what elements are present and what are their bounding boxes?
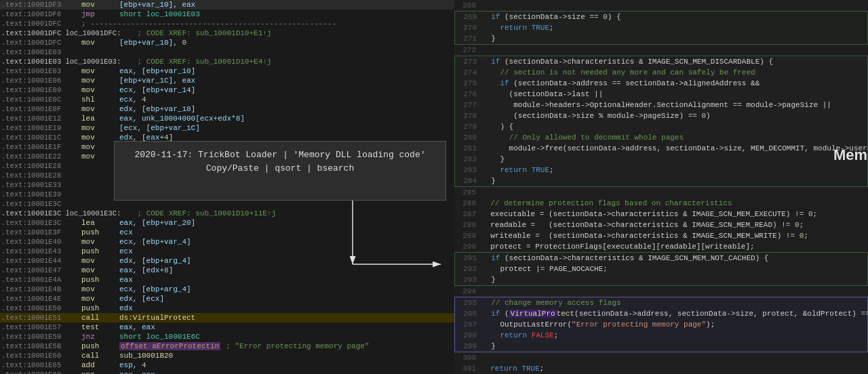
asm-line: .text:10001E03 xyxy=(0,47,454,57)
asm-line: .text:10001E5B push offset aErrorProtect… xyxy=(0,341,454,351)
code-line-290: 290 protect = ProtectionFlags[executable… xyxy=(454,241,868,252)
code-block-3: 291 if (sectionData->characteristics & I… xyxy=(454,252,868,286)
code-line-301: 301 return TRUE; xyxy=(454,363,868,374)
code-line-286: 286 // determine protection flags based … xyxy=(454,198,868,209)
asm-separator: .text:10001DFC ; -----------------------… xyxy=(0,19,454,28)
code-line-281: 281 module->free(sectionData->address, s… xyxy=(455,143,867,154)
asm-line: .text:10001E50 push edx xyxy=(0,304,454,313)
asm-line: .text:10001DFC mov [ebp+var_10], 0 xyxy=(0,38,454,47)
code-line-292: 292 protect |= PAGE_NOCACHE; xyxy=(455,264,867,274)
code-line-289: 289 writeable = (sectionData->characteri… xyxy=(454,230,868,241)
annotation-overlay: 2020-11-17: TrickBot Loader | 'Memory DL… xyxy=(114,141,446,201)
code-line-288: 288 readable = (sectionData->characteris… xyxy=(454,220,868,230)
code-area: 268 269 if (sectionData->size == 0) { 27… xyxy=(454,0,868,374)
asm-line: .text:10001E68 xor eax, eax xyxy=(0,370,454,374)
code-line-285: 285 xyxy=(454,187,868,198)
code-line-278: 278 (sectionData->size % module->pageSiz… xyxy=(455,110,867,121)
code-line-276: 276 (sectionData->last || xyxy=(455,89,867,100)
asm-line: .text:10001E03 loc_10001E03: ; CODE XREF… xyxy=(0,57,454,66)
asm-line: .text:10001DFC loc_10001DFC: ; CODE XREF… xyxy=(0,28,454,38)
asm-line: .text:10001E4A push eax xyxy=(0,275,454,285)
asm-line: .text:10001E09 mov ecx, [ebp+var_14] xyxy=(0,85,454,95)
code-line-277: 277 module->headers->OptionalHeader.Sect… xyxy=(455,100,867,110)
asm-line: .text:10001E03 mov eax, [ebp+var_10] xyxy=(0,66,454,76)
asm-line: .text:10001E06 mov [ebp+var_1C], eax xyxy=(0,76,454,85)
asm-line: .text:10001DF6 jmp short loc_10001E03 xyxy=(0,9,454,19)
code-line-291: 291 if (sectionData->characteristics & I… xyxy=(455,253,867,264)
code-line-300: 300 xyxy=(454,352,868,363)
code-line-270: 270 return TRUE; xyxy=(455,22,867,33)
code-line-273: 273 if (sectionData->characteristics & I… xyxy=(455,56,867,67)
code-line-298: 298 return FALSE; xyxy=(455,330,867,341)
code-line-296: 296 if (VirtualProtect(sectionData->addr… xyxy=(455,308,867,319)
asm-line: .text:10001E3C lea eax, [ebp+var_20] xyxy=(0,218,454,228)
code-line-279: 279 ) { xyxy=(455,121,867,132)
code-line-272: 272 xyxy=(454,45,868,56)
code-block-1: 269 if (sectionData->size == 0) { 270 re… xyxy=(454,11,868,45)
asm-line: .text:10001E3C loc_10001E3C: ; CODE XREF… xyxy=(0,209,454,218)
asm-line: .text:10001E47 mov eax, [edx+8] xyxy=(0,266,454,275)
code-line-283: 283 return TRUE; xyxy=(455,165,867,175)
asm-line: .text:10001E0C shl ecx, 4 xyxy=(0,95,454,104)
asm-line: .text:10001E65 add esp, 4 xyxy=(0,360,454,370)
asm-line: .text:10001DF3 mov [ebp+var_10], eax xyxy=(0,0,454,9)
code-line-294: 294 xyxy=(454,286,868,297)
code-line-284: 284 } xyxy=(455,175,867,186)
code-line-295: 295 // change memory access flags xyxy=(455,297,867,308)
code-line-268: 268 xyxy=(454,0,868,11)
asm-line: .text:10001E3F push ecx xyxy=(0,228,454,237)
asm-line: .text:10001E51 call ds:VirtualProtect xyxy=(0,313,454,323)
asm-line: .text:10001E4B mov ecx, [ebp+arg_4] xyxy=(0,285,454,294)
code-line-269: 269 if (sectionData->size == 0) { xyxy=(455,12,867,22)
asm-line: .text:10001E12 lea eax, unk_10004000[ecx… xyxy=(0,114,454,123)
code-line-287: 287 executable = (sectionData->character… xyxy=(454,209,868,220)
code-line-282: 282 } xyxy=(455,154,867,165)
code-block-2: 273 if (sectionData->characteristics & I… xyxy=(454,56,868,187)
asm-line: .text:10001E19 mov [ecx, [ebp+var_1C] xyxy=(0,123,454,133)
asm-line: .text:10001E60 call sub_10001B20 xyxy=(0,351,454,360)
asm-line: .text:10001E57 test eax, eax xyxy=(0,323,454,332)
code-line-274: 274 // section is not needed any more an… xyxy=(455,67,867,78)
disassembly-panel: .text:10001DF3 mov [ebp+var_10], eax .te… xyxy=(0,0,454,374)
code-block-4: 295 // change memory access flags 296 if… xyxy=(454,297,868,352)
asm-line: .text:10001E40 mov ecx, [ebp+var_4] xyxy=(0,237,454,247)
asm-line: .text:10001E4E mov edx, [ecx] xyxy=(0,294,454,304)
asm-line: .text:10001E0F mov edx, [ebp+var_18] xyxy=(0,104,454,114)
code-line-293: 293 } xyxy=(455,274,867,285)
code-line-271: 271 } xyxy=(455,33,867,44)
code-line-297: 297 OutputLastError("Error protecting me… xyxy=(455,319,867,330)
memory-label: Memory xyxy=(833,146,868,164)
code-line-299: 299 } xyxy=(455,341,867,352)
asm-line: .text:10001E44 mov edx, [ebp+arg_4] xyxy=(0,256,454,266)
code-line-275: 275 if (sectionData->address == sectionD… xyxy=(455,78,867,89)
overlay-text: 2020-11-17: TrickBot Loader | 'Memory DL… xyxy=(134,150,425,173)
asm-line: .text:10001E59 jnz short loc_10001E6C xyxy=(0,332,454,341)
asm-line: .text:10001E43 push ecx xyxy=(0,247,454,256)
code-line-280: 280 // Only allowed to decommit whole pa… xyxy=(455,132,867,143)
asm-line: .text:10001E3C xyxy=(0,199,454,209)
source-code-panel: 268 269 if (sectionData->size == 0) { 27… xyxy=(454,0,868,374)
